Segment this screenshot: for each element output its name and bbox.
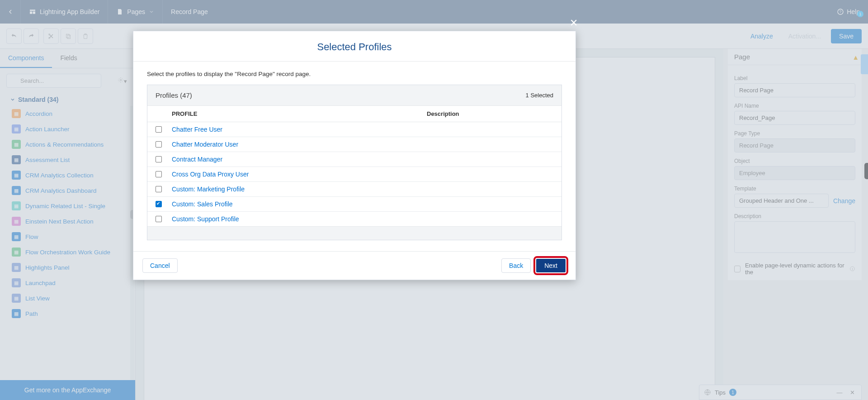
profile-row[interactable]: Custom: Support Profile bbox=[147, 212, 561, 226]
cancel-button[interactable]: Cancel bbox=[142, 258, 178, 273]
selected-profiles-modal: ✕ Selected Profiles Select the profiles … bbox=[133, 31, 576, 280]
profile-checkbox[interactable] bbox=[156, 141, 162, 148]
modal-close-button[interactable]: ✕ bbox=[567, 17, 580, 29]
profile-name: Chatter Free User bbox=[172, 126, 436, 133]
profile-name: Cross Org Data Proxy User bbox=[172, 171, 436, 178]
profile-row[interactable]: Chatter Moderator User bbox=[147, 137, 561, 152]
profile-checkbox[interactable] bbox=[156, 126, 162, 133]
profiles-panel: Profiles (47) 1 Selected PROFILE Descrip… bbox=[147, 85, 562, 240]
profile-name: Chatter Moderator User bbox=[172, 141, 436, 148]
profile-name: Contract Manager bbox=[172, 156, 436, 163]
profile-checkbox[interactable] bbox=[156, 171, 162, 177]
profile-checkbox[interactable] bbox=[156, 201, 162, 207]
next-button[interactable]: Next bbox=[535, 258, 566, 273]
modal-instruction: Select the profiles to display the "Reco… bbox=[133, 62, 576, 81]
modal-title: Selected Profiles bbox=[133, 41, 576, 53]
profile-row[interactable]: Chatter Free User bbox=[147, 122, 561, 137]
profile-name: Custom: Marketing Profile bbox=[172, 186, 436, 193]
col-description: Description bbox=[427, 110, 553, 117]
profile-row[interactable]: Contract Manager bbox=[147, 152, 561, 167]
profile-name: Custom: Sales Profile bbox=[172, 200, 436, 208]
profile-name: Custom: Support Profile bbox=[172, 215, 436, 223]
profiles-selected-count: 1 Selected bbox=[526, 92, 553, 99]
back-button[interactable]: Back bbox=[501, 258, 531, 273]
profiles-header-label: Profiles (47) bbox=[156, 91, 192, 99]
profile-row[interactable]: Cross Org Data Proxy User bbox=[147, 167, 561, 182]
profiles-list[interactable]: Chatter Free UserChatter Moderator UserC… bbox=[147, 122, 561, 226]
profile-checkbox[interactable] bbox=[156, 156, 162, 162]
col-profile: PROFILE bbox=[172, 110, 427, 117]
profile-checkbox[interactable] bbox=[156, 216, 162, 222]
profile-row[interactable]: Custom: Sales Profile bbox=[147, 197, 561, 212]
profile-checkbox[interactable] bbox=[156, 186, 162, 192]
profile-row[interactable]: Custom: Marketing Profile bbox=[147, 182, 561, 197]
